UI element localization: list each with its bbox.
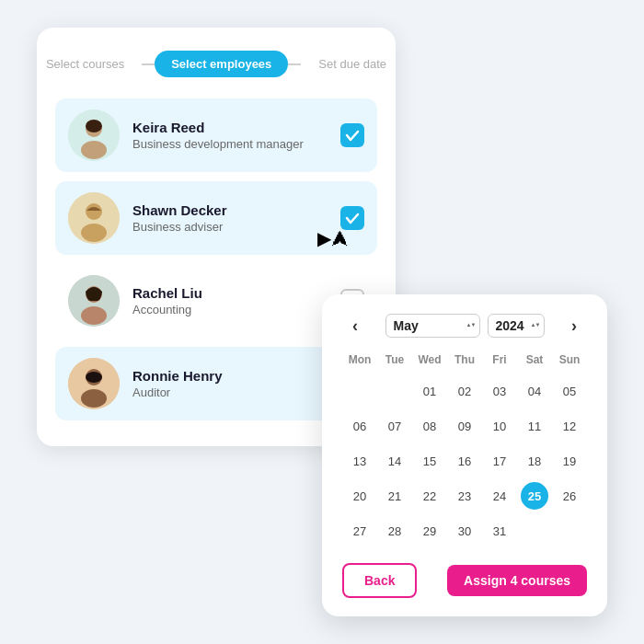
table-row[interactable]: 19 [552, 443, 587, 478]
table-row[interactable]: 07 [377, 408, 412, 443]
table-row[interactable]: 02 [447, 374, 482, 408]
calendar-day-28[interactable]: 28 [381, 517, 408, 545]
step-select-employees[interactable]: Select employees [155, 51, 288, 77]
calendar-day-23[interactable]: 23 [451, 482, 478, 510]
check-icon-shawn [345, 211, 360, 225]
employee-name-keira: Keira Reed [132, 120, 328, 135]
calendar-day-01[interactable]: 01 [416, 377, 443, 405]
month-select[interactable]: JanuaryFebruaryMarchAprilMayJuneJulyAugu… [385, 314, 480, 338]
table-row[interactable]: 15 [412, 443, 447, 478]
year-select[interactable]: 2022202320242025 [488, 314, 545, 338]
step-set-due-date[interactable]: Set due date [301, 50, 404, 78]
calendar-day-09[interactable]: 09 [451, 412, 478, 440]
table-row[interactable]: 28 [377, 513, 412, 548]
calendar-day-16[interactable]: 16 [451, 447, 478, 475]
table-row[interactable]: 16 [447, 443, 482, 478]
calendar-day-20[interactable]: 20 [346, 482, 374, 510]
calendar-day-05[interactable]: 05 [556, 377, 583, 405]
table-row[interactable]: 10 [482, 408, 517, 443]
table-row[interactable]: 13 [342, 443, 377, 478]
calendar-day-13[interactable]: 13 [346, 447, 374, 475]
employee-role-rachel: Accounting [132, 303, 328, 316]
employee-role-shawn: Business adviser [132, 220, 328, 234]
calendar-day-30[interactable]: 30 [451, 517, 478, 545]
calendar-header: ‹ JanuaryFebruaryMarchAprilMayJuneJulyAu… [342, 313, 587, 339]
table-row[interactable]: 20 [342, 478, 377, 513]
calendar-day-26[interactable]: 26 [556, 482, 583, 510]
day-header-thu: Thu [447, 353, 482, 374]
table-row[interactable]: 14 [377, 443, 412, 478]
calendar-day-12[interactable]: 12 [556, 412, 583, 440]
calendar-day-07[interactable]: 07 [381, 412, 408, 440]
year-select-wrap: 2022202320242025 [488, 314, 545, 338]
avatar-shawn [68, 192, 120, 244]
table-row[interactable]: 29 [412, 513, 447, 548]
table-row[interactable]: 06 [342, 408, 377, 443]
calendar-day-22[interactable]: 22 [416, 482, 443, 510]
calendar-day-14[interactable]: 14 [381, 447, 408, 475]
calendar-day-31[interactable]: 31 [486, 517, 513, 545]
table-row[interactable]: 30 [447, 513, 482, 548]
table-row [552, 513, 587, 548]
employee-info-shawn: Shawn Decker Business adviser [132, 202, 328, 234]
calendar-day-17[interactable]: 17 [486, 447, 513, 475]
employee-row-shawn[interactable]: Shawn Decker Business adviser ▶​⮝ [55, 181, 377, 255]
table-row[interactable]: 04 [517, 374, 552, 408]
assign-button[interactable]: Assign 4 courses [447, 565, 587, 596]
stepper: Select courses Select employees Set due … [55, 50, 377, 78]
calendar-prev-button[interactable]: ‹ [342, 313, 368, 339]
table-row[interactable]: 09 [447, 408, 482, 443]
table-row[interactable]: 08 [412, 408, 447, 443]
calendar-day-02[interactable]: 02 [451, 377, 478, 405]
employee-role-ronnie: Auditor [132, 385, 328, 399]
table-row[interactable]: 01 [412, 374, 447, 408]
calendar-next-button[interactable]: › [561, 313, 587, 339]
calendar-day-04[interactable]: 04 [521, 377, 548, 405]
month-select-wrap: JanuaryFebruaryMarchAprilMayJuneJulyAugu… [385, 314, 480, 338]
calendar-day-06[interactable]: 06 [346, 412, 374, 440]
calendar-day-11[interactable]: 11 [521, 412, 548, 440]
calendar-day-24[interactable]: 24 [486, 482, 513, 510]
table-row[interactable]: 11 [517, 408, 552, 443]
calendar-day-21[interactable]: 21 [381, 482, 408, 510]
table-row [342, 374, 377, 408]
table-row[interactable]: 26 [552, 478, 587, 513]
svg-point-9 [81, 306, 107, 325]
employee-name-shawn: Shawn Decker [132, 202, 328, 218]
table-row[interactable]: 27 [342, 513, 377, 548]
calendar-day-10[interactable]: 10 [486, 412, 513, 440]
table-row[interactable]: 24 [482, 478, 517, 513]
table-row[interactable]: 22 [412, 478, 447, 513]
table-row[interactable]: 18 [517, 443, 552, 478]
check-icon-keira [345, 128, 360, 143]
svg-point-13 [86, 372, 102, 383]
checkbox-shawn[interactable] [340, 206, 364, 230]
table-row[interactable]: 23 [447, 478, 482, 513]
checkbox-keira[interactable] [340, 123, 364, 147]
table-row[interactable]: 17 [482, 443, 517, 478]
back-button[interactable]: Back [342, 563, 417, 598]
table-row[interactable]: 21 [377, 478, 412, 513]
employee-row-keira[interactable]: Keira Reed Business development manager [55, 98, 377, 172]
step-connector-1 [142, 63, 155, 65]
day-header-fri: Fri [482, 353, 517, 374]
calendar-card: ‹ JanuaryFebruaryMarchAprilMayJuneJulyAu… [322, 294, 607, 616]
calendar-day-18[interactable]: 18 [521, 447, 548, 475]
table-row[interactable]: 31 [482, 513, 517, 548]
calendar-day-19[interactable]: 19 [556, 447, 583, 475]
svg-point-12 [81, 389, 107, 408]
calendar-day-15[interactable]: 15 [416, 447, 443, 475]
calendar-day-29[interactable]: 29 [416, 517, 443, 545]
svg-point-5 [86, 203, 102, 220]
table-row[interactable]: 05 [552, 374, 587, 408]
calendar-day-03[interactable]: 03 [486, 377, 513, 405]
calendar-day-25[interactable]: 25 [521, 482, 548, 510]
calendar-day-08[interactable]: 08 [416, 412, 443, 440]
table-row[interactable]: 12 [552, 408, 587, 443]
step-connector-2 [288, 63, 301, 65]
table-row[interactable]: 25 [517, 478, 552, 513]
step-select-courses[interactable]: Select courses [29, 50, 142, 78]
calendar-day-27[interactable]: 27 [346, 517, 374, 545]
calendar-footer: Back Assign 4 courses [342, 563, 587, 598]
table-row[interactable]: 03 [482, 374, 517, 408]
